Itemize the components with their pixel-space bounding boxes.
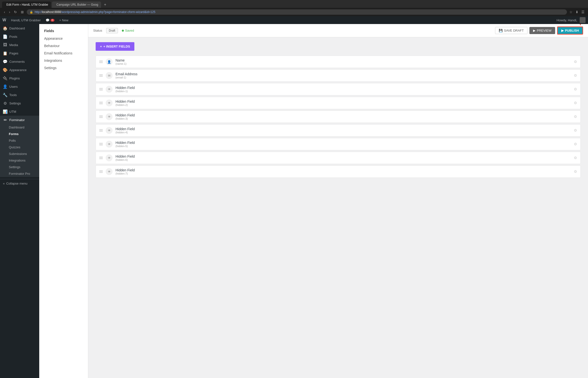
field-icon-hidden3: 👁: [106, 113, 112, 120]
field-gear-icon[interactable]: ⚙: [574, 60, 577, 64]
howdy-button[interactable]: Howdy, HandL: [554, 16, 588, 24]
comments-icon: 💬: [46, 18, 50, 22]
sidebar-item-comments[interactable]: 💬 Comments: [0, 57, 39, 66]
reload-button[interactable]: ↻: [13, 10, 18, 14]
saved-label: Saved: [125, 29, 134, 32]
browser-tab-wp[interactable]: Edit Form ‹ HandL UTM Grabbe ✕: [2, 1, 51, 8]
url-bar[interactable]: 🔒 http://localhost:8888/wordpress/wp-adm…: [27, 9, 567, 15]
wp-logo-button[interactable]: W: [0, 16, 9, 24]
field-gear-icon[interactable]: ⚙: [574, 101, 577, 105]
sidebar-sub-forminator-pro[interactable]: Forminator Pro: [0, 170, 39, 177]
browser-tab-google[interactable]: Campaign URL Builder — Goog ✕: [52, 1, 101, 8]
sidebar-item-appearance[interactable]: 🎨 Appearance: [0, 66, 39, 74]
sidebar-menu: 🏠 Dashboard 📄 Posts 🖼 Media 📋 Pages 💬 Co…: [0, 24, 39, 124]
saved-dot: [122, 30, 124, 32]
field-gear-icon[interactable]: ⚙: [574, 73, 577, 78]
field-icon-hidden1: 👁: [106, 86, 112, 93]
publish-button-wrapper: ▶ PUBLISH: [557, 27, 583, 35]
sidebar-sub-forms[interactable]: Forms: [0, 131, 39, 137]
tab-wp-label: Edit Form ‹ HandL UTM Grabbe: [6, 3, 48, 6]
site-name-button[interactable]: HandL UTM Grabber: [9, 16, 43, 24]
field-info-email: Email Address (email-1): [115, 72, 571, 79]
field-gear-icon[interactable]: ⚙: [574, 128, 577, 133]
publish-button[interactable]: ▶ PUBLISH: [557, 27, 583, 35]
sidebar-label-utm: UTM: [9, 110, 16, 113]
sidebar-sub-dashboard[interactable]: Dashboard: [0, 124, 39, 131]
drag-handle[interactable]: [99, 129, 103, 132]
status-badge: Draft: [106, 28, 118, 33]
insert-fields-button[interactable]: + + INSERT FIELDS: [96, 42, 134, 51]
sidebar-item-tools[interactable]: 🔧 Tools: [0, 91, 39, 99]
left-nav-fields[interactable]: Fields: [39, 27, 88, 35]
sidebar-sub-settings[interactable]: Settings: [0, 164, 39, 170]
left-nav-settings-label: Settings: [44, 66, 57, 70]
sidebar-item-pages[interactable]: 📋 Pages: [0, 49, 39, 57]
home-button[interactable]: ⊞: [20, 10, 25, 14]
comments-button[interactable]: 💬 0: [43, 16, 57, 24]
sidebar-item-media[interactable]: 🖼 Media: [0, 41, 39, 49]
sidebar-item-posts[interactable]: 📄 Posts: [0, 32, 39, 41]
back-button[interactable]: ‹: [3, 10, 6, 14]
field-gear-icon[interactable]: ⚙: [574, 142, 577, 146]
form-body: + + INSERT FIELDS 👤 Name (name-: [88, 37, 588, 378]
sidebar-item-forminator[interactable]: ✏ Forminator: [0, 116, 39, 124]
lock-icon: 🔒: [30, 11, 33, 14]
field-title: Hidden Field: [115, 127, 571, 131]
save-draft-button[interactable]: 💾 SAVE DRAFT: [495, 27, 527, 34]
tab-google-close[interactable]: ✕: [100, 3, 101, 6]
sidebar-label-dashboard: Dashboard: [9, 27, 25, 30]
table-row: ✉ Email Address (email-1) ⚙: [96, 69, 581, 82]
left-nav-appearance[interactable]: Appearance: [39, 35, 88, 42]
field-icon-hidden4: 👁: [106, 127, 112, 134]
sidebar-item-users[interactable]: 👤 Users: [0, 82, 39, 91]
sidebar-item-plugins[interactable]: 🔌 Plugins: [0, 74, 39, 82]
sidebar-item-settings[interactable]: ⚙ Settings: [0, 99, 39, 107]
sidebar-sub-polls[interactable]: Polls: [0, 137, 39, 144]
status-label: Status: [93, 29, 102, 32]
field-gear-icon[interactable]: ⚙: [574, 87, 577, 92]
browser-action-icons: ☆ ⬇ ☰: [569, 10, 585, 14]
sidebar-sub-quizzes[interactable]: Quizzes: [0, 144, 39, 150]
preview-button[interactable]: ▶ PREVIEW: [529, 27, 555, 34]
field-gear-icon[interactable]: ⚙: [574, 156, 577, 160]
publish-icon: ▶: [561, 29, 564, 32]
form-main: Status Draft Saved 💾 SAVE DRAFT ▶: [88, 24, 588, 378]
menu-icon[interactable]: ☰: [581, 10, 585, 14]
left-nav-email-notifications[interactable]: Email Notifications: [39, 50, 88, 57]
collapse-menu-button[interactable]: « Collapse menu: [0, 179, 39, 188]
sidebar-sub-submissions[interactable]: Submissions: [0, 150, 39, 157]
wp-icon: W: [2, 18, 6, 22]
users-icon: 👤: [3, 84, 7, 89]
drag-handle[interactable]: [99, 143, 103, 145]
drag-handle[interactable]: [99, 61, 103, 63]
drag-handle[interactable]: [99, 102, 103, 104]
bookmark-icon[interactable]: ☆: [569, 10, 573, 14]
sidebar-label-pages: Pages: [9, 52, 18, 55]
new-tab-button[interactable]: +: [102, 1, 108, 8]
field-id: (hidden-3): [115, 117, 571, 120]
tab-wp-close[interactable]: ✕: [51, 3, 51, 6]
forward-button[interactable]: ›: [8, 10, 11, 14]
svg-line-1: [576, 24, 581, 25]
sub-quizzes-label: Quizzes: [9, 145, 20, 149]
drag-handle[interactable]: [99, 74, 103, 77]
sidebar-item-utm[interactable]: 📊 UTM: [0, 107, 39, 116]
download-icon[interactable]: ⬇: [575, 10, 579, 14]
new-content-button[interactable]: + New: [57, 16, 71, 24]
field-icon-hidden6: 👁: [106, 154, 112, 161]
sidebar-sub-integrations[interactable]: Integrations: [0, 157, 39, 164]
sidebar-label-posts: Posts: [9, 35, 17, 39]
drag-handle[interactable]: [99, 157, 103, 159]
drag-handle[interactable]: [99, 88, 103, 91]
left-nav-settings[interactable]: Settings: [39, 64, 88, 72]
left-nav-behaviour[interactable]: Behaviour: [39, 42, 88, 50]
sidebar-label-users: Users: [9, 85, 18, 89]
sidebar-item-dashboard[interactable]: 🏠 Dashboard: [0, 24, 39, 32]
sidebar-label-tools: Tools: [9, 93, 17, 97]
sidebar-submenu-forminator: Dashboard Forms Polls Quizzes Submission…: [0, 124, 39, 177]
left-nav-integrations[interactable]: Integrations: [39, 57, 88, 64]
field-gear-icon[interactable]: ⚙: [574, 169, 577, 174]
drag-handle[interactable]: [99, 170, 103, 173]
drag-handle[interactable]: [99, 115, 103, 118]
field-gear-icon[interactable]: ⚙: [574, 114, 577, 119]
